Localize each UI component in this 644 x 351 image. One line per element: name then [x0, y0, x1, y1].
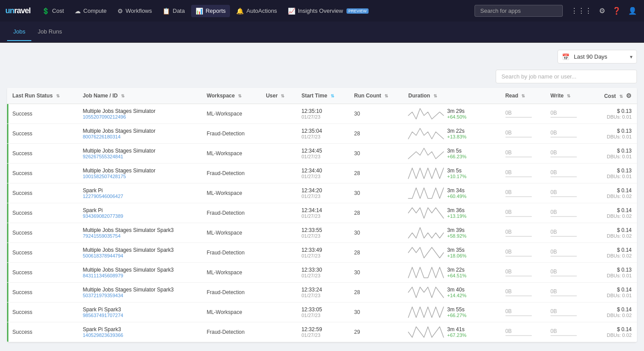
- tab-job-runs[interactable]: Job Runs: [31, 23, 68, 41]
- table-row: Success Multiple Jobs Stages Simulator S…: [7, 223, 637, 243]
- autoactions-icon: 🔔: [236, 7, 244, 15]
- user-cell: [260, 263, 296, 283]
- run-count-text: 30: [354, 309, 360, 315]
- cost-primary: $ 0.14: [596, 326, 632, 332]
- duration-change: +13.83%: [447, 134, 467, 139]
- job-id[interactable]: 503721979359434: [83, 293, 196, 298]
- job-id[interactable]: 140529823639366: [83, 332, 196, 338]
- sparkline-chart: [408, 286, 444, 299]
- status-cell: Success: [7, 263, 77, 283]
- run-count-text: 30: [354, 190, 360, 196]
- read-cell: 0B: [500, 283, 545, 302]
- run-count-text: 28: [354, 210, 360, 216]
- user-cell: [260, 164, 296, 183]
- job-id[interactable]: 926267555324841: [83, 154, 196, 159]
- job-id[interactable]: 934369082077389: [83, 213, 196, 219]
- run-count-cell: 30: [349, 263, 403, 283]
- job-name: Spark Pi Spark3: [83, 326, 196, 332]
- job-name: Spark Pi Spark3: [83, 306, 196, 313]
- cost-dbus: DBUs: 0.02: [596, 313, 632, 318]
- nav-right-icons: ⋮⋮⋮ ⚙ ❓ 👤: [569, 5, 639, 17]
- duration-change: +10.17%: [447, 174, 467, 179]
- sort-icon: ⇅: [384, 93, 388, 98]
- col-duration[interactable]: Duration ⇅: [403, 88, 500, 104]
- workspace-text: Fraud-Detection: [207, 289, 245, 295]
- job-id[interactable]: 1055207090212496: [83, 114, 196, 119]
- job-id[interactable]: 500618378944794: [83, 253, 196, 258]
- cost-cell: $ 0.14 DBUs: 0.01: [591, 283, 637, 302]
- status-cell: Success: [7, 223, 77, 243]
- workspace-cell: Fraud-Detection: [201, 164, 260, 183]
- job-name-cell: Multiple Jobs Stages Simulator 105520709…: [77, 104, 201, 124]
- nav-insights[interactable]: 📈 Insights Overview PREVIEW: [283, 5, 373, 17]
- job-name-cell: Multiple Jobs Stages Simulator Spark3 50…: [77, 283, 201, 302]
- duration-change: +58.92%: [447, 233, 467, 239]
- sort-icon: ⇅: [121, 93, 124, 98]
- tab-jobs[interactable]: Jobs: [7, 23, 31, 41]
- cost-cell: $ 0.13 DBUs: 0.01: [591, 124, 637, 144]
- start-time-date: 01/27/23: [301, 233, 343, 239]
- sparkline-chart: [408, 227, 444, 239]
- job-id[interactable]: 79241559035754: [83, 233, 196, 239]
- col-workspace[interactable]: Workspace ⇅: [201, 88, 260, 104]
- nav-autoactions[interactable]: 🔔 AutoActions: [232, 5, 281, 17]
- duration-change: +67.23%: [447, 332, 467, 338]
- cost-primary: $ 0.13: [596, 108, 632, 114]
- nav-data[interactable]: 📋 Data: [158, 5, 189, 17]
- start-time-cell: 12:34:20 01/27/23: [296, 183, 349, 203]
- sort-icon: ⇅: [567, 93, 570, 98]
- settings-icon[interactable]: ⚙: [597, 5, 607, 17]
- nav-reports[interactable]: 📊 Reports: [191, 5, 230, 17]
- cost-dbus: DBUs: 0.02: [596, 194, 632, 199]
- duration-primary: 3m 22s: [447, 128, 467, 134]
- write-value: 0B: [550, 269, 585, 275]
- nav-compute[interactable]: ☁ Compute: [70, 5, 111, 17]
- write-cell: 0B: [545, 243, 590, 263]
- col-write[interactable]: Write ⇅: [545, 88, 590, 104]
- duration-primary: 3m 36s: [447, 207, 467, 213]
- col-job-name-id[interactable]: Job Name / ID ⇅: [77, 88, 201, 104]
- job-id[interactable]: 985637491707274: [83, 313, 196, 318]
- job-id[interactable]: 122790546006427: [83, 194, 196, 199]
- date-range-select[interactable]: Last 90 Days Last 7 Days Last 30 Days La…: [557, 50, 637, 63]
- job-search-input[interactable]: [496, 70, 637, 83]
- run-count-cell: 30: [349, 302, 403, 322]
- user-icon[interactable]: 👤: [626, 5, 639, 17]
- user-cell: [260, 144, 296, 164]
- job-id[interactable]: 80076226180314: [83, 134, 196, 139]
- run-count-text: 30: [354, 150, 360, 157]
- read-value: 0B: [505, 269, 540, 275]
- sort-icon: ⇅: [521, 93, 525, 98]
- sparkline-chart: [408, 147, 444, 160]
- job-id[interactable]: 1001582507428175: [83, 174, 196, 179]
- workspace-text: Fraud-Detection: [207, 329, 245, 335]
- workspace-cell: ML-Workspace: [201, 223, 260, 243]
- nav-workflows[interactable]: ⚙ Workflows: [113, 5, 157, 17]
- search-input[interactable]: [475, 5, 563, 17]
- workspace-text: ML-Workspace: [207, 111, 242, 117]
- duration-cell: 3m 29s +64.50%: [403, 104, 500, 124]
- start-time-primary: 12:33:05: [301, 306, 343, 313]
- col-read[interactable]: Read ⇅: [500, 88, 545, 104]
- read-value: 0B: [505, 328, 540, 334]
- nav-cost[interactable]: 💲 Cost: [38, 5, 68, 17]
- read-value: 0B: [505, 189, 540, 195]
- duration-cell: 3m 36s +13.19%: [403, 203, 500, 223]
- start-time-cell: 12:33:05 01/27/23: [296, 302, 349, 322]
- sort-icon: ⇅: [433, 93, 437, 98]
- col-user[interactable]: User ⇅: [260, 88, 296, 104]
- col-cost[interactable]: Cost ⇅ ⚙: [591, 88, 637, 104]
- grid-icon[interactable]: ⋮⋮⋮: [569, 5, 594, 17]
- column-settings-icon[interactable]: ⚙: [626, 92, 632, 99]
- col-start-time[interactable]: Start Time ⇅: [296, 88, 349, 104]
- table-row: Success Spark Pi Spark3 985637491707274 …: [7, 302, 637, 322]
- cost-cell: $ 0.14 DBUs: 0.02: [591, 243, 637, 263]
- start-time-date: 01/27/23: [301, 154, 343, 159]
- job-name-cell: Multiple Jobs Stages Simulator Spark3 50…: [77, 243, 201, 263]
- start-time-date: 01/27/23: [301, 194, 343, 199]
- help-icon[interactable]: ❓: [610, 5, 623, 17]
- job-id[interactable]: 843111345608979: [83, 273, 196, 278]
- cost-primary: $ 0.13: [596, 168, 632, 174]
- col-run-count[interactable]: Run Count ⇅: [349, 88, 403, 104]
- col-last-run-status[interactable]: Last Run Status ⇅: [7, 88, 77, 104]
